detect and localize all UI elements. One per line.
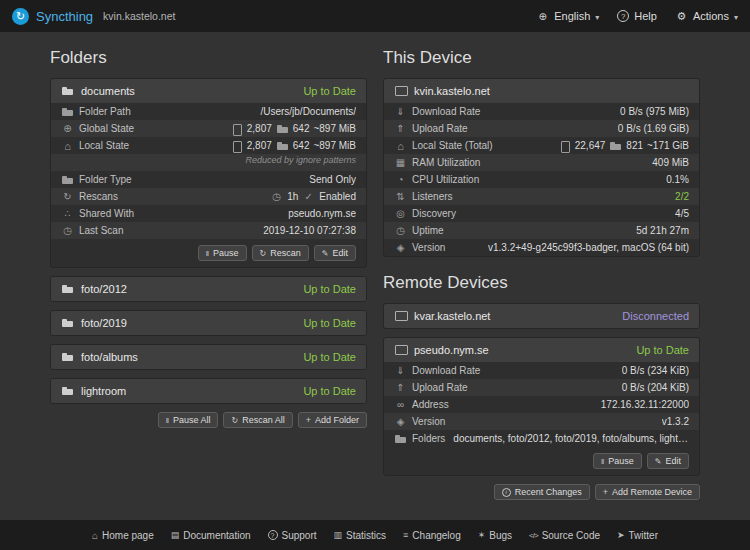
devices-section: This Device kvin.kastelo.net Download Ra… — [383, 48, 700, 500]
note-text: Reduced by ignore patterns — [245, 155, 356, 165]
edit-label: Edit — [332, 248, 348, 258]
this-device-header[interactable]: kvin.kastelo.net — [384, 79, 699, 103]
edit-button[interactable]: Edit — [647, 453, 689, 469]
refresh-icon — [260, 249, 267, 258]
row-label-text: Discovery — [412, 208, 456, 219]
footer-link-home-page[interactable]: Home page — [92, 530, 154, 541]
footer-link-twitter[interactable]: Twitter — [617, 530, 658, 541]
edit-label: Edit — [665, 456, 681, 466]
folder-header-documents[interactable]: documents Up to Date — [51, 79, 366, 103]
row-label: Last Scan — [61, 225, 123, 237]
row-label: Upload Rate — [394, 382, 468, 394]
footer-link-source-code[interactable]: Source Code — [529, 530, 600, 541]
folder-icon — [61, 106, 74, 118]
row-label: Download Rate — [394, 106, 480, 118]
folder-name: documents — [81, 85, 135, 97]
folder-path-row: Folder Path /Users/jb/Documents/ — [51, 103, 366, 120]
row-label: RAM Utilization — [394, 157, 480, 169]
folder-header-foto-2012[interactable]: foto/2012 Up to Date — [51, 277, 366, 301]
rescan-button[interactable]: Rescan — [252, 245, 309, 261]
row-label: Shared With — [61, 208, 134, 220]
folder-icon — [609, 140, 622, 152]
pencil-icon — [655, 457, 662, 466]
help-menu[interactable]: Help — [617, 10, 657, 22]
edit-button[interactable]: Edit — [314, 245, 356, 261]
footer-link-documentation[interactable]: Documentation — [171, 530, 251, 541]
folder-panel-foto-albums: foto/albums Up to Date — [50, 344, 367, 370]
syncthing-app: Syncthing kvin.kastelo.net English Help … — [0, 0, 750, 550]
folder-icon — [394, 433, 407, 445]
pause-button[interactable]: Pause — [198, 245, 247, 261]
row-label-text: Global State — [79, 123, 134, 134]
folder-header-foto-albums[interactable]: foto/albums Up to Date — [51, 345, 366, 369]
file-icon — [558, 140, 571, 152]
watcher-state: Enabled — [319, 191, 356, 202]
row-label: Local State (Total) — [394, 140, 493, 152]
address-value: 172.16.32.11:22000 — [601, 399, 689, 410]
rescan-all-button[interactable]: Rescan All — [223, 412, 292, 428]
pause-all-label: Pause All — [173, 415, 211, 425]
footer-link-changelog[interactable]: Changelog — [403, 530, 461, 541]
add-remote-device-button[interactable]: Add Remote Device — [595, 484, 700, 500]
footer-link-label: Home page — [102, 530, 154, 541]
footer-link-statistics[interactable]: Statistics — [334, 530, 387, 541]
discovery-row: Discovery 4/5 — [384, 205, 699, 222]
folder-icon — [61, 174, 74, 186]
row-label: Global State — [61, 123, 134, 135]
remote-device-header-kvar[interactable]: kvar.kastelo.net Disconnected — [384, 304, 699, 328]
address-row: Address 172.16.32.11:22000 — [384, 396, 699, 413]
discovery-value: 4/5 — [675, 208, 689, 219]
size-value: ~897 MiB — [313, 123, 356, 134]
actions-menu[interactable]: Actions — [675, 10, 738, 22]
footer-link-support[interactable]: Support — [268, 530, 317, 541]
help-label: Help — [634, 10, 657, 22]
row-label-text: Folder Type — [79, 174, 132, 185]
recent-changes-button[interactable]: Recent Changes — [494, 484, 590, 500]
file-icon — [230, 140, 243, 152]
row-label: Download Rate — [394, 365, 480, 377]
home-icon — [394, 140, 407, 152]
folder-icon — [61, 317, 74, 329]
upload-rate-row: Upload Rate 0 B/s (1.69 GiB) — [384, 120, 699, 137]
row-label-text: Download Rate — [412, 365, 480, 376]
discovery-icon — [394, 208, 407, 220]
remote-device-header-pseudo[interactable]: pseudo.nym.se Up to Date — [384, 338, 699, 362]
folder-header-foto-2019[interactable]: foto/2019 Up to Date — [51, 311, 366, 335]
file-count: 2,807 — [247, 123, 272, 134]
download-rate-value: 0 B/s (234 KiB) — [622, 365, 689, 376]
pause-icon — [601, 457, 604, 466]
row-label-text: RAM Utilization — [412, 157, 480, 168]
folder-header-lightroom[interactable]: lightroom Up to Date — [51, 379, 366, 403]
memory-icon — [394, 157, 407, 169]
add-folder-label: Add Folder — [315, 415, 359, 425]
check-icon — [302, 191, 315, 203]
folder-icon — [61, 385, 74, 397]
language-menu[interactable]: English — [536, 10, 599, 22]
listeners-row: Listeners 2/2 — [384, 188, 699, 205]
row-label: Upload Rate — [394, 123, 468, 135]
chevron-down-icon — [734, 10, 738, 22]
folders-row: Folders documents, foto/2012, foto/2019,… — [384, 430, 699, 447]
clock-icon — [270, 191, 283, 203]
pause-all-button[interactable]: Pause All — [158, 412, 219, 428]
plus-icon — [306, 415, 311, 425]
pause-button[interactable]: Pause — [593, 453, 642, 469]
row-label: Uptime — [394, 225, 444, 237]
add-folder-button[interactable]: Add Folder — [298, 412, 367, 428]
version-value: v1.3.2 — [662, 416, 689, 427]
remote-device-table: Download Rate 0 B/s (234 KiB) Upload Rat… — [384, 362, 699, 447]
row-label: Discovery — [394, 208, 456, 220]
row-label-text: Address — [412, 399, 449, 410]
row-label-text: Download Rate — [412, 106, 480, 117]
folder-panel-foto-2012: foto/2012 Up to Date — [50, 276, 367, 302]
download-rate-value: 0 B/s (975 MiB) — [620, 106, 689, 117]
row-label-text: Folders — [412, 433, 445, 444]
row-label-text: Listeners — [412, 191, 453, 202]
last-scan-row: Last Scan 2019-12-10 07:27:38 — [51, 222, 366, 239]
rescan-all-label: Rescan All — [242, 415, 285, 425]
footer-link-label: Twitter — [629, 530, 658, 541]
ram-row: RAM Utilization 409 MiB — [384, 154, 699, 171]
footer-link-bugs[interactable]: Bugs — [478, 530, 512, 541]
gear-icon — [675, 10, 688, 22]
device-name: pseudo.nym.se — [414, 344, 489, 356]
